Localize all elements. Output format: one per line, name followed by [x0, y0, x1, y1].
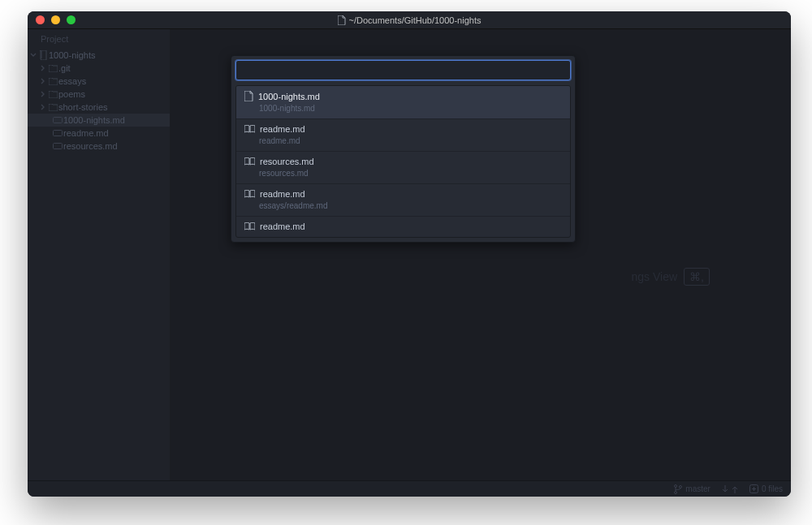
fuzzy-finder-item[interactable]: resources.md resources.md — [236, 151, 570, 183]
folder-icon — [47, 104, 58, 111]
fuzzy-finder: 1000-nights.md 1000-nights.md readme.md … — [231, 55, 576, 243]
chevron-down-icon — [29, 52, 37, 58]
tree-file-label: resources.md — [63, 140, 118, 153]
fuzzy-finder-item[interactable]: readme.md essays/readme.md — [236, 183, 570, 216]
svg-rect-1 — [54, 131, 63, 136]
tree-file[interactable]: readme.md — [28, 127, 170, 140]
markdown-icon — [52, 143, 63, 149]
tree-file[interactable]: resources.md — [28, 140, 170, 153]
background-hint-text: ngs View — [632, 270, 678, 283]
background-hint: ngs View ⌘, — [632, 268, 710, 286]
arrow-up-icon — [732, 485, 738, 493]
book-icon — [244, 157, 255, 166]
book-icon — [244, 190, 255, 198]
tree-folder[interactable]: poems — [28, 88, 170, 101]
tree-file[interactable]: 1000-nights.md — [28, 114, 170, 127]
tree-folder[interactable]: .git — [28, 62, 170, 75]
tree-folder-label: short-stories — [58, 101, 108, 114]
git-files-indicator[interactable]: 0 files — [749, 484, 783, 493]
git-branch-indicator[interactable]: master — [674, 484, 710, 494]
result-path: readme.md — [244, 136, 562, 145]
git-branch-label: master — [685, 484, 710, 493]
traffic-lights — [28, 15, 76, 24]
fuzzy-finder-item[interactable]: readme.md readme.md — [236, 118, 570, 151]
result-path: 1000-nights.md — [244, 104, 562, 113]
diff-icon — [749, 484, 758, 493]
svg-point-5 — [675, 491, 677, 493]
tree-folder-label: poems — [58, 88, 85, 101]
result-label: readme.md — [260, 222, 305, 231]
tree-root[interactable]: 1000-nights — [28, 49, 170, 62]
fuzzy-finder-item[interactable]: 1000-nights.md 1000-nights.md — [236, 86, 570, 118]
git-branch-icon — [674, 484, 682, 494]
chevron-right-icon — [39, 78, 47, 84]
folder-icon — [47, 65, 58, 72]
fuzzy-finder-results: 1000-nights.md 1000-nights.md readme.md … — [235, 85, 571, 238]
git-sync-indicator[interactable] — [722, 485, 738, 493]
fuzzy-finder-item[interactable]: readme.md — [236, 216, 570, 237]
result-path: essays/readme.md — [244, 201, 562, 210]
titlebar[interactable]: ~/Documents/GitHub/1000-nights — [28, 11, 791, 29]
git-files-label: 0 files — [762, 484, 783, 493]
markdown-icon — [52, 117, 63, 123]
tree-folder[interactable]: short-stories — [28, 101, 170, 114]
zoom-window-button[interactable] — [67, 15, 76, 24]
book-icon — [244, 222, 255, 230]
folder-icon — [47, 78, 58, 85]
chevron-right-icon — [39, 104, 47, 110]
window-title: ~/Documents/GitHub/1000-nights — [349, 15, 482, 25]
app-window: ~/Documents/GitHub/1000-nights Project 1… — [28, 11, 791, 497]
result-path: resources.md — [244, 169, 562, 178]
tree-root-label: 1000-nights — [49, 49, 96, 62]
svg-rect-0 — [54, 118, 63, 123]
sidebar-panel-label: Project — [28, 29, 170, 49]
svg-rect-2 — [54, 144, 63, 149]
result-label: resources.md — [260, 157, 314, 166]
tree-folder-label: .git — [58, 62, 71, 75]
tree-folder[interactable]: essays — [28, 75, 170, 88]
file-icon — [338, 15, 346, 25]
result-label: readme.md — [260, 189, 305, 199]
chevron-right-icon — [39, 65, 47, 71]
file-icon — [244, 91, 253, 101]
result-label: 1000-nights.md — [258, 92, 320, 101]
sidebar: Project 1000-nights .git — [28, 29, 170, 480]
result-label: readme.md — [260, 124, 305, 134]
keyboard-shortcut-badge: ⌘, — [684, 268, 710, 286]
tree-file-label: 1000-nights.md — [63, 114, 125, 127]
markdown-icon — [52, 130, 63, 136]
repo-icon — [37, 50, 49, 60]
tree-folder-label: essays — [58, 75, 86, 88]
file-tree: 1000-nights .git essays poems — [28, 49, 170, 153]
book-icon — [244, 125, 255, 133]
arrow-down-icon — [722, 485, 728, 493]
folder-icon — [47, 91, 58, 98]
close-window-button[interactable] — [36, 15, 45, 24]
minimize-window-button[interactable] — [51, 15, 60, 24]
status-bar: master 0 files — [28, 480, 791, 497]
fuzzy-finder-input[interactable] — [235, 60, 571, 80]
tree-file-label: readme.md — [63, 127, 109, 140]
chevron-right-icon — [39, 91, 47, 97]
